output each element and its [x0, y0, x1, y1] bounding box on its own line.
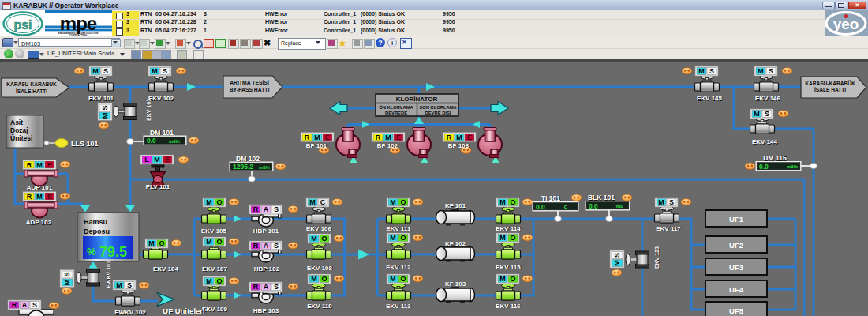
- svg-text:M: M: [499, 275, 506, 283]
- svg-text:O: O: [400, 198, 406, 206]
- svg-text:M: M: [311, 235, 317, 243]
- svg-text:UF1: UF1: [729, 215, 744, 224]
- svg-text:EKV 107: EKV 107: [202, 265, 228, 273]
- svg-text:R: R: [447, 134, 452, 141]
- svg-text:S: S: [274, 205, 279, 213]
- svg-text:M: M: [152, 67, 158, 75]
- svg-text:R: R: [253, 242, 259, 250]
- svg-text:EKV 101: EKV 101: [88, 95, 114, 102]
- svg-text:EKV 110: EKV 110: [307, 303, 332, 310]
- svg-text:İSALE HATTI: İSALE HATTI: [16, 88, 47, 94]
- svg-text:0.0: 0.0: [147, 137, 156, 145]
- svg-text:A: A: [264, 283, 269, 291]
- svg-text:HBP 103: HBP 103: [253, 307, 279, 314]
- svg-text:EKV 115: EKV 115: [496, 264, 521, 271]
- svg-text:S: S: [274, 242, 279, 250]
- svg-text:S: S: [765, 110, 769, 118]
- svg-text:EKV 112: EKV 112: [386, 264, 411, 271]
- svg-text:M: M: [658, 198, 664, 206]
- svg-text:KARASU-KARABÜK: KARASU-KARABÜK: [6, 81, 57, 87]
- svg-text:KF 101: KF 101: [445, 202, 466, 209]
- svg-text:EKV 109: EKV 109: [202, 306, 228, 313]
- svg-text:Deposu: Deposu: [84, 228, 110, 235]
- svg-text:UF2: UF2: [729, 241, 743, 250]
- svg-text:ÖN KLORLAMA: ÖN KLORLAMA: [379, 105, 413, 110]
- svg-text:M: M: [36, 161, 43, 169]
- svg-text:m3/h: m3/h: [787, 164, 798, 169]
- svg-text:BY-PASS HATTI: BY-PASS HATTI: [230, 87, 270, 92]
- svg-text:EKV 103: EKV 103: [146, 99, 152, 121]
- svg-text:S: S: [613, 253, 621, 258]
- svg-text:HBP 102: HBP 102: [254, 265, 280, 273]
- svg-text:M: M: [116, 281, 122, 289]
- svg-text:O: O: [321, 235, 327, 243]
- svg-text:E: E: [165, 156, 170, 164]
- svg-text:O: O: [510, 234, 515, 242]
- svg-text:O: O: [400, 234, 406, 242]
- svg-text:M: M: [754, 110, 760, 118]
- svg-text:S: S: [669, 198, 674, 206]
- svg-text:R: R: [376, 134, 381, 141]
- svg-text:EKV 116: EKV 116: [496, 303, 521, 310]
- svg-text:S: S: [274, 283, 279, 291]
- svg-text:EWKV 102: EWKV 102: [114, 309, 146, 316]
- svg-text:EKV 106: EKV 106: [306, 225, 332, 232]
- svg-text:KF 103: KF 103: [445, 280, 466, 288]
- svg-text:E: E: [467, 134, 472, 141]
- svg-text:R: R: [27, 161, 32, 169]
- svg-text:UF3: UF3: [729, 263, 743, 272]
- svg-text:M: M: [36, 193, 43, 201]
- svg-text:M: M: [613, 260, 621, 266]
- svg-text:M: M: [63, 280, 71, 286]
- svg-text:UF Uniteleri: UF Uniteleri: [163, 307, 204, 315]
- svg-text:S: S: [709, 67, 714, 75]
- svg-text:E: E: [47, 193, 52, 201]
- svg-text:ntu: ntu: [616, 204, 624, 209]
- svg-text:KF 102: KF 102: [445, 240, 466, 247]
- svg-text:EKV 145: EKV 145: [697, 95, 723, 102]
- svg-text:EWKV 101: EWKV 101: [106, 261, 111, 288]
- svg-text:Asit: Asit: [10, 118, 23, 126]
- svg-text:S: S: [103, 67, 108, 75]
- svg-text:M: M: [758, 67, 764, 75]
- svg-text:M: M: [311, 275, 317, 283]
- svg-text:Ünitesi: Ünitesi: [10, 134, 32, 142]
- svg-text:O: O: [510, 275, 515, 283]
- svg-text:EKV 123: EKV 123: [654, 246, 660, 269]
- svg-text:İSALE HATTI: İSALE HATTI: [814, 87, 846, 92]
- svg-text:E: E: [325, 134, 330, 141]
- svg-text:79.5: 79.5: [99, 244, 127, 260]
- svg-text:EKV 102: EKV 102: [148, 95, 174, 102]
- svg-text:DM 115: DM 115: [763, 154, 787, 162]
- svg-text:M: M: [499, 234, 506, 242]
- svg-text:E: E: [47, 161, 52, 169]
- svg-text:M: M: [148, 239, 155, 247]
- svg-text:R: R: [12, 301, 17, 309]
- svg-text:EKV 104: EKV 104: [153, 265, 179, 273]
- svg-text:R: R: [253, 283, 259, 291]
- svg-text:M: M: [206, 198, 212, 206]
- svg-text:EKV 108: EKV 108: [307, 265, 333, 272]
- svg-text:BP 102: BP 102: [377, 142, 398, 149]
- svg-text:S: S: [769, 67, 773, 75]
- svg-text:EKV 111: EKV 111: [386, 225, 411, 232]
- svg-text:DEVREDE: DEVREDE: [385, 111, 407, 115]
- svg-text:Dozaj: Dozaj: [10, 126, 28, 134]
- svg-text:O: O: [216, 277, 222, 285]
- svg-text:A: A: [22, 301, 28, 309]
- svg-text:EKV 105: EKV 105: [201, 228, 227, 235]
- svg-text:SON KLORLAMA: SON KLORLAMA: [419, 105, 457, 110]
- svg-text:EKV 114: EKV 114: [496, 225, 521, 232]
- svg-text:UF5: UF5: [729, 307, 744, 315]
- svg-text:PLV 101: PLV 101: [146, 183, 170, 190]
- svg-text:KARASU-KARABÜK: KARASU-KARABÜK: [805, 80, 855, 86]
- svg-text:EKV 146: EKV 146: [755, 95, 781, 102]
- svg-text:O: O: [321, 275, 327, 283]
- svg-text:0.0: 0.0: [589, 202, 598, 210]
- svg-text:M: M: [309, 198, 316, 206]
- svg-text:m3/h: m3/h: [259, 165, 270, 170]
- svg-text:S: S: [32, 301, 37, 309]
- svg-text:A: A: [264, 242, 269, 250]
- svg-text:EKV 113: EKV 113: [386, 303, 411, 310]
- svg-text:M: M: [206, 238, 212, 246]
